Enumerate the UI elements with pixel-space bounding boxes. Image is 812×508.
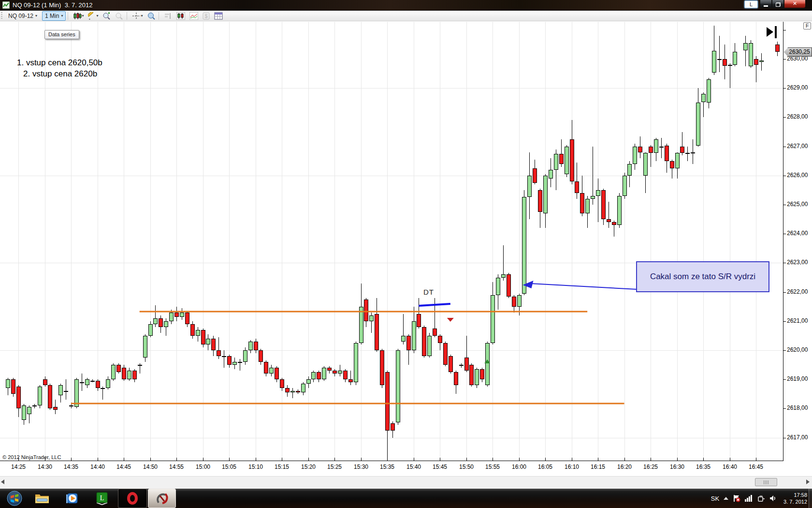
time-axis-label: 15:05 [219, 463, 239, 470]
clock[interactable]: 17:58 3. 7. 2012 [783, 492, 807, 505]
candlestick [217, 337, 221, 359]
candlestick [712, 26, 716, 75]
candle-body [491, 295, 495, 343]
candlestick [433, 298, 437, 337]
candle-wick [609, 202, 609, 228]
interval-selector[interactable]: 1 Min ▾ [42, 11, 66, 21]
candlestick [238, 359, 242, 371]
show-desktop-button[interactable] [809, 489, 812, 508]
candle-body [90, 381, 95, 382]
candle-body [601, 190, 606, 219]
candlestick [406, 334, 411, 365]
zoom-in-icon [102, 12, 111, 20]
close-icon: ✕ [793, 0, 797, 6]
candle-body [501, 274, 506, 278]
time-axis-label: 16:40 [720, 463, 740, 470]
toolbar-separator [68, 12, 68, 20]
link-button[interactable]: L [744, 0, 758, 8]
chart-area[interactable]: 14:2514:3014:3514:4014:4514:5014:5515:00… [0, 21, 812, 476]
close-button[interactable]: ✕ [784, 0, 806, 8]
candlestick [164, 318, 168, 336]
candle-body [675, 153, 680, 168]
zoom-out-button[interactable] [114, 12, 125, 20]
price-axis-label: 2619,00 [787, 375, 808, 382]
candlestick [343, 369, 348, 382]
toolbar-grip[interactable] [1, 12, 2, 20]
candle-body [311, 372, 316, 379]
indicators-button[interactable] [188, 12, 200, 20]
cursor-mode-button[interactable]: ▾ [130, 12, 144, 20]
candle-body [475, 369, 479, 385]
taskbar-item-opera[interactable] [118, 489, 147, 508]
price-axis-line[interactable] [783, 22, 783, 461]
chart-style-button[interactable]: ▾ [72, 12, 85, 20]
price-axis-label: 2622,00 [787, 288, 808, 295]
candlestick [243, 347, 247, 365]
account-button[interactable]: $ [201, 12, 211, 20]
restore-button[interactable] [772, 0, 784, 8]
candlestick [543, 174, 548, 228]
market-depth-button[interactable] [162, 12, 174, 20]
candle-body [306, 379, 311, 384]
candle-wick [224, 350, 224, 368]
candlestick [580, 176, 584, 216]
chart-trader-button[interactable] [145, 12, 157, 20]
price-axis-label: 2629,00 [787, 84, 808, 91]
copyright-text: © 2012 NinjaTrader, LLC [2, 454, 61, 460]
candlestick [743, 36, 748, 66]
candle-body [222, 356, 226, 357]
scroll-left-arrow[interactable] [1, 479, 4, 484]
go-to-last-bar-icon[interactable] [767, 25, 779, 39]
candle-body [422, 327, 426, 356]
callout-box: Cakal som ze tato S/R vydrzi [636, 261, 769, 292]
candlestick [459, 363, 464, 368]
candle-body [633, 147, 637, 164]
candle-body [685, 153, 690, 154]
action-center-flag-icon[interactable] [733, 494, 740, 502]
scrollbar-thumb[interactable] [755, 478, 777, 486]
taskbar-item-media-player[interactable] [60, 489, 84, 508]
candle-body [485, 343, 490, 385]
candlestick [617, 193, 622, 228]
taskbar-item-book-app[interactable]: L [90, 489, 114, 508]
candle-body [691, 152, 695, 153]
safely-remove-hardware-icon[interactable] [757, 494, 765, 502]
network-signal-icon[interactable] [745, 495, 753, 502]
data-series-button[interactable] [175, 12, 187, 20]
chart-plot[interactable]: 14:2514:3014:3514:4014:4514:5014:5515:00… [0, 21, 812, 476]
candle-wick [719, 36, 720, 72]
candle-body [85, 379, 89, 385]
start-button[interactable] [4, 489, 25, 508]
candlestick [585, 196, 590, 228]
candlestick [522, 190, 526, 295]
focus-button[interactable]: F [803, 22, 811, 30]
candlestick [575, 163, 579, 199]
show-hidden-icons-button[interactable] [724, 497, 728, 500]
candlestick [122, 365, 126, 381]
candle-body [238, 362, 242, 363]
candle-body [406, 336, 411, 350]
candle-body [301, 384, 305, 392]
candle-body [665, 146, 669, 161]
candlestick [101, 387, 105, 400]
taskbar-item-explorer[interactable] [30, 489, 54, 508]
instrument-selector[interactable]: NQ 09-12 ▾ [5, 11, 40, 21]
taskbar-item-ninjatrader-active[interactable] [148, 489, 176, 508]
candle-wick [745, 36, 746, 66]
drawing-tools-button[interactable]: ▾ [87, 12, 100, 20]
scroll-right-arrow[interactable] [806, 479, 810, 484]
language-indicator[interactable]: SK [711, 495, 719, 502]
candle-body [116, 365, 121, 372]
candle-body [159, 318, 163, 327]
candlestick [185, 311, 189, 327]
data-grid-button[interactable] [213, 12, 224, 20]
horizontal-scrollbar[interactable] [0, 476, 812, 489]
zoom-in-button[interactable] [101, 12, 112, 20]
candle-body [64, 391, 68, 392]
minimize-button[interactable] [760, 0, 772, 8]
speaker-icon[interactable] [769, 495, 777, 502]
title-bar[interactable]: NQ 09-12 (1 Min) 3. 7. 2012 L ✕ [0, 0, 812, 11]
candlestick [633, 144, 637, 170]
price-axis-label: 2621,00 [787, 317, 808, 324]
candlestick [359, 284, 363, 344]
